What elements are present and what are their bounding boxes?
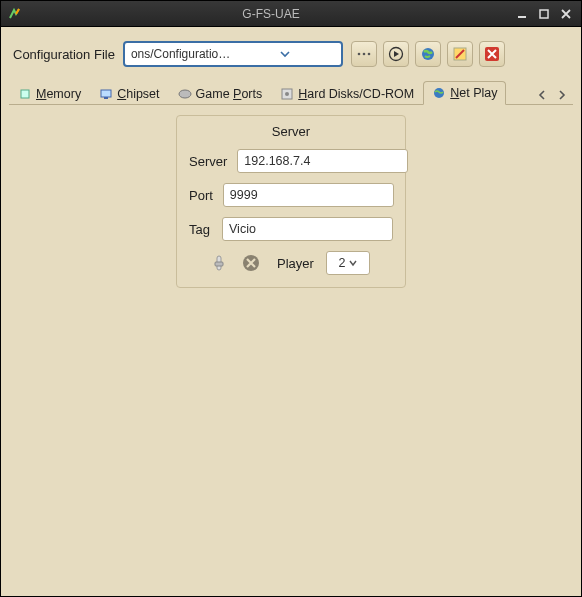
tag-label: Tag [189,222,212,237]
cancel-icon[interactable] [241,253,261,273]
window-title: G-FS-UAE [29,7,513,21]
server-group-title: Server [189,124,393,139]
minimize-button[interactable] [513,6,531,22]
tab-scroll-left[interactable] [533,86,551,104]
titlebar: G-FS-UAE [1,1,581,27]
slider-icon[interactable] [209,253,229,273]
svg-point-4 [368,53,371,56]
tabs-bar: Memory Chipset Game Ports Hard Disks/CD-… [9,77,573,105]
net-play-panel: Server Server Port Tag [9,105,573,588]
maximize-button[interactable] [535,6,553,22]
tab-scroll-nav [533,86,573,104]
globe-icon [432,86,446,100]
close-button[interactable] [557,6,575,22]
gamepad-icon [178,87,192,101]
config-file-label: Configuration File [13,47,115,62]
svg-point-14 [285,92,289,96]
player-value: 2 [338,256,345,270]
config-file-row: Configuration File ons/Configurations/a5… [9,35,573,77]
chevron-down-icon [349,259,357,267]
svg-rect-11 [104,97,108,99]
config-file-select[interactable]: ons/Configurations/a500.config [123,41,343,67]
monitor-icon [99,87,113,101]
port-label: Port [189,188,213,203]
window-controls [513,6,575,22]
svg-rect-0 [518,16,526,18]
edit-button[interactable] [447,41,473,67]
svg-point-6 [422,48,434,60]
tab-memory[interactable]: Memory [9,82,90,105]
port-field-row: Port [189,183,393,207]
server-field-row: Server [189,149,393,173]
server-input[interactable] [237,149,408,173]
player-label: Player [277,256,314,271]
svg-point-2 [358,53,361,56]
content-area: Configuration File ons/Configurations/a5… [1,27,581,596]
tag-input[interactable] [222,217,393,241]
app-icon [7,6,23,22]
tab-net-play[interactable]: Net Play [423,81,506,105]
chip-icon [18,87,32,101]
tag-field-row: Tag [189,217,393,241]
svg-rect-9 [21,90,29,98]
disk-icon [280,87,294,101]
tab-chipset[interactable]: Chipset [90,82,168,105]
svg-rect-1 [540,10,548,18]
globe-button[interactable] [415,41,441,67]
tab-game-ports[interactable]: Game Ports [169,82,272,105]
config-file-path: ons/Configurations/a500.config [131,47,234,61]
tab-scroll-right[interactable] [553,86,571,104]
tab-hard-disks[interactable]: Hard Disks/CD-ROM [271,82,423,105]
chevron-down-icon[interactable] [234,46,337,62]
server-label: Server [189,154,227,169]
port-input[interactable] [223,183,394,207]
player-select[interactable]: 2 [326,251,370,275]
server-group: Server Server Port Tag [176,115,406,288]
play-button[interactable] [383,41,409,67]
svg-rect-10 [101,90,111,97]
toolbar [351,41,505,67]
delete-button[interactable] [479,41,505,67]
svg-point-12 [179,90,191,98]
svg-point-3 [363,53,366,56]
app-window: G-FS-UAE Configuration File ons/Configur… [0,0,582,597]
browse-button[interactable] [351,41,377,67]
player-row: Player 2 [189,251,393,275]
svg-rect-17 [215,262,223,266]
